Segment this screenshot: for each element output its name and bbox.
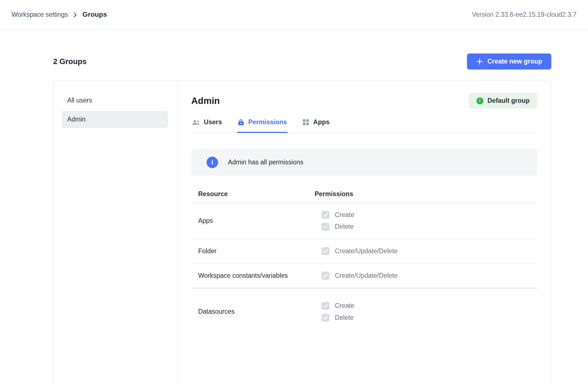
tab-users-label: Users (204, 118, 222, 126)
create-checkbox[interactable] (322, 211, 330, 219)
permission-item: Delete (322, 223, 530, 231)
permission-label: Delete (335, 223, 354, 230)
permission-label: Create/Update/Delete (335, 272, 398, 279)
delete-checkbox[interactable] (322, 223, 330, 231)
resource-label: Apps (198, 217, 315, 225)
group-detail-panel: Admin i Default group Users (178, 81, 551, 385)
content: 2 Groups Create new group All users Admi… (53, 53, 552, 385)
resource-label: Workspace constants/variables (198, 272, 315, 279)
default-group-badge: i Default group (469, 93, 537, 108)
groups-sidebar: All users Admin (53, 81, 178, 385)
create-update-delete-checkbox[interactable] (322, 272, 330, 280)
create-new-group-button[interactable]: Create new group (467, 53, 552, 70)
users-icon (192, 120, 200, 125)
tab-apps-label: Apps (313, 118, 329, 126)
create-new-group-label: Create new group (487, 58, 542, 65)
sidebar-item-all-users[interactable]: All users (62, 92, 168, 109)
group-tabs: Users Permissions Apps (191, 115, 537, 133)
delete-checkbox[interactable] (322, 314, 330, 322)
header-resource: Resource (198, 190, 315, 198)
permission-item: Create/Update/Delete (322, 247, 530, 255)
create-update-delete-checkbox[interactable] (322, 247, 330, 255)
table-row-folder: Folder Create/Update/Delete (191, 239, 537, 264)
apps-grid-icon (303, 119, 309, 125)
tab-users[interactable]: Users (191, 115, 223, 133)
permissions-cell: Create/Update/Delete (315, 270, 530, 282)
breadcrumb-item-groups: Groups (82, 11, 107, 19)
lock-icon (238, 119, 244, 126)
permission-label: Create/Update/Delete (335, 247, 398, 255)
page: Workspace settings Groups Version 2.33.6… (0, 0, 588, 385)
permission-label: Delete (335, 314, 354, 321)
info-banner-text: Admin has all permissions (228, 159, 303, 166)
permission-label: Create (335, 211, 354, 219)
top-header: Workspace settings Groups Version 2.33.6… (0, 0, 588, 30)
permissions-cell: Create/Update/Delete (315, 245, 530, 257)
permission-label: Create (335, 302, 354, 310)
table-row-apps: Apps Create Delete (191, 203, 537, 239)
resource-label: Folder (198, 247, 315, 255)
plus-icon (476, 58, 483, 65)
sidebar-item-admin[interactable]: Admin (62, 111, 168, 128)
permissions-table: Resource Permissions Apps Create (191, 186, 537, 330)
tab-permissions-label: Permissions (248, 118, 287, 126)
table-row-datasources: Datasources Create Delete (191, 288, 537, 330)
breadcrumb: Workspace settings Groups (11, 11, 107, 19)
group-detail-header: Admin i Default group (191, 93, 537, 108)
permission-item: Create (322, 211, 530, 219)
permissions-cell: Create Delete (315, 209, 530, 233)
permission-item: Create/Update/Delete (322, 272, 530, 280)
tab-permissions[interactable]: Permissions (237, 115, 288, 133)
permission-item: Delete (322, 314, 530, 322)
info-icon: i (207, 157, 218, 168)
permissions-info-banner: i Admin has all permissions (191, 149, 537, 176)
resource-label: Datasources (198, 308, 315, 315)
default-group-badge-label: Default group (487, 97, 530, 104)
breadcrumb-item-workspace-settings[interactable]: Workspace settings (11, 11, 68, 18)
permissions-cell: Create Delete (315, 300, 530, 324)
chevron-right-icon (73, 12, 77, 17)
permission-item: Create (322, 302, 530, 310)
table-header: Resource Permissions (191, 186, 537, 203)
table-row-workspace-constants: Workspace constants/variables Create/Upd… (191, 264, 537, 288)
green-info-icon: i (476, 97, 483, 104)
create-checkbox[interactable] (322, 302, 330, 310)
groups-card: All users Admin Admin i Default group (53, 80, 552, 385)
version-label: Version 2.33.6-ee2.15.19-cloud2.3.7 (472, 11, 577, 18)
toolbar: 2 Groups Create new group (53, 53, 552, 70)
tab-apps[interactable]: Apps (302, 115, 330, 133)
header-permissions: Permissions (315, 190, 530, 198)
group-title: Admin (191, 95, 220, 106)
groups-count: 2 Groups (53, 57, 87, 66)
